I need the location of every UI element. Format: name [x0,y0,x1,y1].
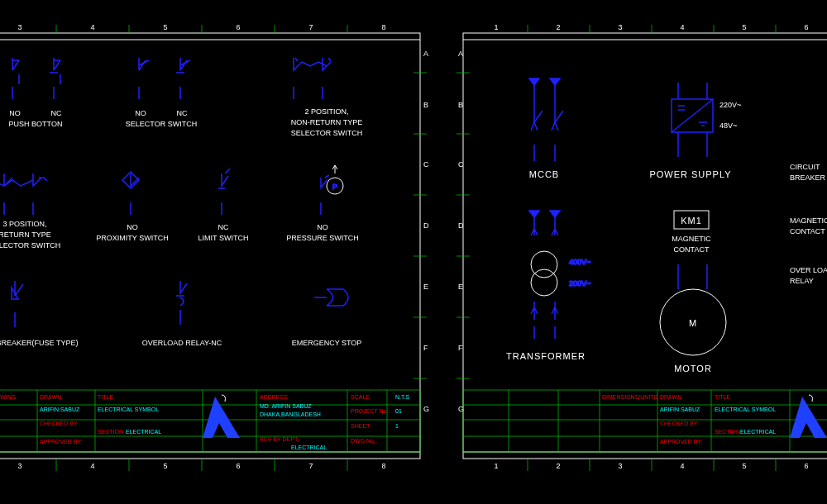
svg-text:SHEET: SHEET [351,423,370,429]
svg-text:NO: NO [135,109,146,117]
svg-text:200V~: 200V~ [569,279,590,288]
svg-text:NC: NC [51,109,62,117]
svg-text:CHECKED BY:: CHECKED BY: [660,421,699,426]
svg-text:MOTOR: MOTOR [674,364,712,373]
motor: M [660,264,726,355]
power-supply: 220V~ 48V~ [672,83,741,157]
overload-relay [176,281,187,325]
proximity [122,172,139,215]
svg-text:7: 7 [308,462,313,470]
svg-text:ELECTRICAL SYMBOL: ELECTRICAL SYMBOL [98,407,159,412]
left-sheet: 345678 345678 ABCDEFG NO NC PUSH BOTTON … [0,23,429,471]
svg-text:D: D [423,221,429,230]
transformer: 400V~ 200V~ [529,211,590,339]
svg-text:F: F [423,344,428,352]
svg-text:MD. ARIFIN SABUZ: MD. ARIFIN SABUZ [260,403,312,409]
svg-text:DWG No.:: DWG No.: [351,438,377,444]
svg-text:SELECTOR SWITCH: SELECTOR SWITCH [291,129,362,137]
svg-text:ELECTRICAL: ELECTRICAL [126,429,161,435]
svg-text:MAGNETIC: MAGNETIC [790,216,827,225]
svg-text:1: 1 [494,23,498,31]
svg-text:KM1: KM1 [681,216,702,226]
svg-text:DHAKA,BANGLADESH: DHAKA,BANGLADESH [260,411,321,417]
svg-text:3: 3 [618,23,622,31]
svg-text:MCCB: MCCB [529,169,559,179]
svg-text:400V~: 400V~ [569,258,590,266]
svg-text:5: 5 [163,462,167,470]
svg-point-146 [531,269,557,296]
push-button-nc [50,58,60,99]
svg-text:4: 4 [90,462,94,470]
svg-text:CHECKED BY:: CHECKED BY: [40,421,79,426]
svg-text:1: 1 [395,423,399,429]
svg-text:3: 3 [17,23,22,31]
magnetic-contact: KM1 [674,211,709,229]
2pos-selector [294,58,331,99]
svg-text:C: C [423,160,429,169]
svg-text:PROJECT No.:: PROJECT No.: [351,408,390,414]
svg-text:E: E [423,283,428,291]
svg-text:1: 1 [494,462,498,470]
svg-text:SELECTOR SWITCH: SELECTOR SWITCH [0,241,60,250]
svg-text:BREAKER(FUSE TYPE): BREAKER(FUSE TYPE) [0,339,78,347]
svg-text:8: 8 [381,23,385,31]
title-block-right: DIMENSIONS/UNITS DRAWN ARIFIN SABUZ CHEC… [463,390,827,452]
svg-text:5: 5 [742,462,746,470]
svg-text:NC: NC [218,223,229,231]
svg-text:6: 6 [236,462,240,470]
svg-text:2: 2 [556,462,560,470]
svg-text:DIMENSIONS/UNITS: DIMENSIONS/UNITS [602,394,658,400]
svg-text:ADDRESS: ADDRESS [260,394,288,400]
svg-text:4: 4 [680,23,684,31]
svg-text:RETURN TYPE: RETURN TYPE [0,231,51,239]
svg-text:D: D [458,221,464,230]
svg-text:CONTACT: CONTACT [790,227,825,235]
svg-text:CIRCUIT: CIRCUIT [790,163,820,171]
svg-text:REV BY DEPT:: REV BY DEPT: [260,436,299,442]
svg-text:TITLE: TITLE [98,394,113,400]
svg-text:ELECTRICAL: ELECTRICAL [740,429,776,435]
pressure-switch: P [321,165,343,215]
svg-text:SECTION: SECTION [715,429,740,435]
svg-text:ELECTRICAL: ELECTRICAL [291,445,327,450]
svg-text:EMERGENCY STOP: EMERGENCY STOP [292,339,362,347]
svg-text:OVERLOAD RELAY-NC: OVERLOAD RELAY-NC [142,339,222,347]
breaker-fuse [12,281,23,327]
svg-text:3: 3 [17,462,22,470]
svg-text:PUSH BOTTON: PUSH BOTTON [9,120,63,128]
svg-text:NON-RETURN TYPE: NON-RETURN TYPE [291,118,362,126]
svg-text:B: B [458,101,463,109]
svg-text:F: F [458,344,463,352]
svg-text:NC: NC [177,109,188,117]
svg-text:M: M [689,318,697,328]
svg-text:PROXIMITY SWITCH: PROXIMITY SWITCH [96,234,168,242]
limit-switch [218,169,230,215]
svg-text:TRANSFORMER: TRANSFORMER [506,351,586,361]
push-button-no [12,58,19,99]
svg-text:48V~: 48V~ [719,121,737,130]
svg-text:6: 6 [804,462,808,470]
selector-no [139,58,149,99]
svg-text:E: E [458,283,463,291]
title-block-left: RE DRAWING DRAWN ARIFIN SABUZ CHECKED BY… [0,390,420,452]
svg-text:POWER SUPPLY: POWER SUPPLY [649,169,731,179]
svg-text:5: 5 [163,23,167,31]
svg-text:ELECTRICAL SYMBOL: ELECTRICAL SYMBOL [715,407,776,412]
svg-text:OVER LOAD: OVER LOAD [790,266,827,274]
svg-text:NO: NO [317,223,328,231]
svg-text:7: 7 [308,23,313,31]
svg-text:ARIFIN SABUZ: ARIFIN SABUZ [660,407,700,412]
svg-text:BREAKER: BREAKER [790,174,826,182]
svg-text:SCALE: SCALE [351,394,370,400]
svg-text:8: 8 [381,462,385,470]
svg-text:DRAWN: DRAWN [40,394,61,400]
3pos-selector [0,174,47,215]
svg-text:NO: NO [127,223,138,231]
svg-text:G: G [423,405,429,413]
svg-text:3: 3 [618,462,622,470]
svg-text:ARIFIN SABUZ: ARIFIN SABUZ [40,407,80,412]
svg-text:2: 2 [556,23,560,31]
svg-text:RE DRAWING: RE DRAWING [0,394,16,400]
svg-text:NO: NO [9,109,21,117]
svg-text:A: A [458,50,463,58]
